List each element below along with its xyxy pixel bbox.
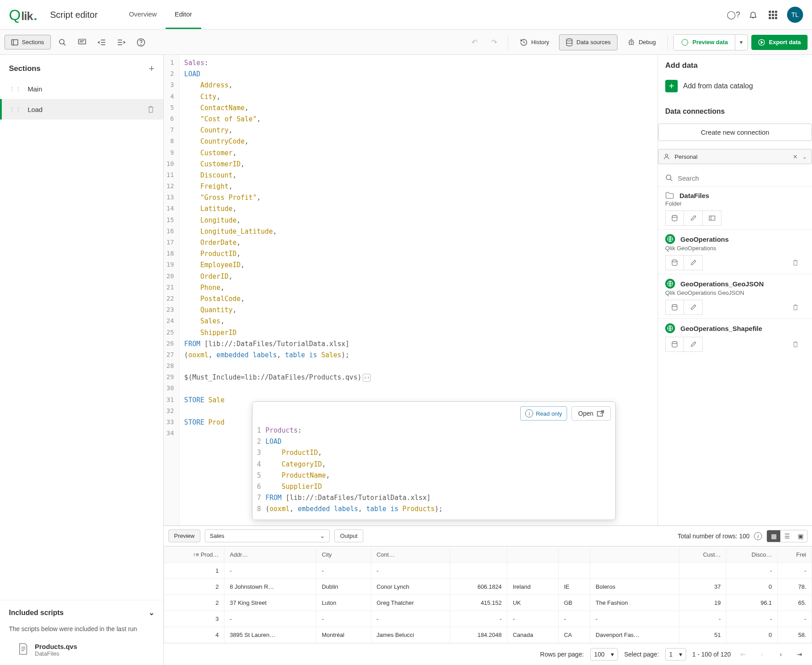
column-header[interactable]: City bbox=[316, 547, 371, 563]
prev-page-button[interactable]: ‹ bbox=[756, 648, 768, 661]
play-icon bbox=[758, 39, 765, 46]
sidebar-title: Sections bbox=[9, 64, 41, 73]
undo-icon[interactable]: ↶ bbox=[467, 34, 483, 50]
svg-point-33 bbox=[672, 215, 677, 218]
connection-item[interactable]: DataFiles Folder bbox=[658, 186, 812, 229]
table-select[interactable]: Sales⌄ bbox=[205, 529, 330, 542]
help-icon[interactable]: ◯? bbox=[728, 9, 739, 20]
last-page-button[interactable]: ⇥ bbox=[793, 648, 806, 661]
included-scripts-toggle[interactable]: Included scripts ⌄ bbox=[0, 600, 163, 625]
connection-item[interactable]: GeoOperations Qlik GeoOperations bbox=[658, 229, 812, 274]
tab-editor[interactable]: Editor bbox=[166, 0, 201, 29]
app-header: Qlik. Script editor Overview Editor ◯? T… bbox=[0, 0, 812, 30]
select-data-icon[interactable] bbox=[665, 300, 684, 315]
table-row[interactable]: 43895 St Lauren…MontréalJames Belucci184… bbox=[164, 627, 812, 643]
svg-point-39 bbox=[672, 305, 677, 307]
data-sources-button[interactable]: Data sources bbox=[559, 34, 617, 50]
column-header[interactable]: Cust… bbox=[679, 547, 726, 563]
chevron-down-icon[interactable]: ⌄ bbox=[802, 153, 807, 160]
column-header[interactable] bbox=[450, 547, 507, 563]
svg-line-43 bbox=[601, 411, 604, 414]
column-header[interactable]: Cont… bbox=[371, 547, 450, 563]
search-icon bbox=[665, 174, 673, 182]
connections-title: Data connections bbox=[658, 107, 812, 116]
table-view-icon[interactable]: ▦ bbox=[767, 530, 780, 542]
chevron-down-icon: ⌄ bbox=[149, 608, 154, 617]
column-header[interactable] bbox=[558, 547, 590, 563]
folder-icon bbox=[665, 191, 674, 199]
table-row[interactable]: 237 King StreetLutonGreg Thatcher415.152… bbox=[164, 595, 812, 611]
column-header[interactable]: Frei bbox=[777, 547, 812, 563]
select-data-icon[interactable] bbox=[665, 211, 684, 226]
svg-point-24 bbox=[682, 39, 688, 45]
next-page-button[interactable]: › bbox=[775, 648, 787, 661]
sort-icon[interactable]: ↑≡ bbox=[193, 551, 199, 558]
history-button[interactable]: History bbox=[514, 35, 555, 50]
include-chip-icon[interactable]: ‹› bbox=[363, 374, 371, 382]
delete-icon[interactable] bbox=[147, 105, 154, 113]
redo-icon[interactable]: ↷ bbox=[486, 34, 502, 50]
indent-icon[interactable] bbox=[113, 34, 129, 50]
column-header[interactable]: Addr… bbox=[224, 547, 316, 563]
bell-icon[interactable] bbox=[748, 9, 758, 20]
space-selector[interactable]: Personal ✕ ⌄ bbox=[658, 149, 812, 164]
grid-view-icon[interactable]: ▣ bbox=[794, 530, 807, 542]
refresh-icon bbox=[681, 38, 689, 46]
connection-search-input[interactable] bbox=[678, 174, 805, 182]
select-data-icon[interactable] bbox=[665, 255, 684, 270]
table-row[interactable]: 3---------- bbox=[164, 611, 812, 627]
history-icon bbox=[520, 38, 528, 46]
column-header[interactable] bbox=[590, 547, 679, 563]
drag-handle-icon[interactable]: ⋮⋮ bbox=[9, 106, 21, 113]
table-row[interactable]: 28 Johnstown R…DublinConor Lynch606.1824… bbox=[164, 579, 812, 595]
edit-icon[interactable] bbox=[684, 337, 703, 352]
sidebar-item-load[interactable]: ⋮⋮Load bbox=[0, 99, 163, 120]
avatar[interactable]: TL bbox=[787, 7, 803, 23]
connection-item[interactable]: GeoOperations_Shapefile bbox=[658, 318, 812, 355]
page-select[interactable]: 1▾ bbox=[665, 648, 686, 661]
delete-icon[interactable] bbox=[786, 255, 805, 270]
create-connection-button[interactable]: Create new connection bbox=[658, 124, 812, 141]
sidebar-item-main[interactable]: ⋮⋮Main bbox=[0, 79, 163, 99]
apps-icon[interactable] bbox=[767, 9, 778, 20]
comment-icon[interactable] bbox=[74, 34, 90, 50]
output-tab-button[interactable]: Output bbox=[334, 529, 363, 542]
column-header[interactable]: Disco… bbox=[726, 547, 778, 563]
svg-point-30 bbox=[665, 154, 667, 157]
add-section-button[interactable]: + bbox=[149, 63, 154, 74]
tab-overview[interactable]: Overview bbox=[120, 0, 166, 29]
drag-handle-icon[interactable]: ⋮⋮ bbox=[9, 86, 21, 93]
export-data-button[interactable]: Export data bbox=[751, 35, 808, 50]
edit-icon[interactable] bbox=[684, 255, 703, 270]
info-icon[interactable]: i bbox=[754, 532, 762, 540]
included-note: The scripts below were included in the l… bbox=[0, 625, 163, 640]
debug-button[interactable]: Debug bbox=[621, 35, 662, 50]
preview-grid[interactable]: ↑≡ Prod…Addr…CityCont…Cust…Disco…Frei1--… bbox=[164, 546, 812, 643]
connection-item[interactable]: GeoOperations_GeoJSON Qlik GeoOperations… bbox=[658, 274, 812, 318]
add-from-catalog[interactable]: + Add from data catalog bbox=[658, 76, 812, 96]
outdent-icon[interactable] bbox=[94, 34, 110, 50]
clear-space-icon[interactable]: ✕ bbox=[793, 153, 798, 160]
column-header[interactable] bbox=[507, 547, 559, 563]
preview-data-button[interactable]: Preview data bbox=[674, 35, 735, 50]
rows-per-page-label: Rows per page: bbox=[540, 651, 584, 658]
rows-per-page-select[interactable]: 100▾ bbox=[590, 648, 618, 661]
edit-icon[interactable] bbox=[684, 211, 703, 226]
preview-tab-button[interactable]: Preview bbox=[168, 529, 200, 542]
help-circle-icon[interactable] bbox=[133, 34, 149, 50]
list-view-icon[interactable]: ☰ bbox=[780, 530, 794, 542]
globe-icon bbox=[665, 279, 675, 289]
first-page-button[interactable]: ⇤ bbox=[737, 648, 750, 661]
open-button[interactable]: Open bbox=[572, 406, 611, 421]
table-row[interactable]: 1----- bbox=[164, 563, 812, 579]
edit-icon[interactable] bbox=[684, 300, 703, 315]
select-data-icon[interactable] bbox=[665, 337, 684, 352]
delete-icon[interactable] bbox=[786, 300, 805, 315]
sections-toggle[interactable]: Sections bbox=[4, 35, 51, 50]
insert-icon[interactable] bbox=[703, 211, 721, 226]
search-icon[interactable] bbox=[54, 34, 70, 50]
delete-icon[interactable] bbox=[786, 337, 805, 352]
preview-data-dropdown[interactable]: ▾ bbox=[735, 35, 747, 50]
svg-line-32 bbox=[670, 179, 672, 181]
included-file[interactable]: Products.qvs DataFiles bbox=[0, 640, 163, 665]
